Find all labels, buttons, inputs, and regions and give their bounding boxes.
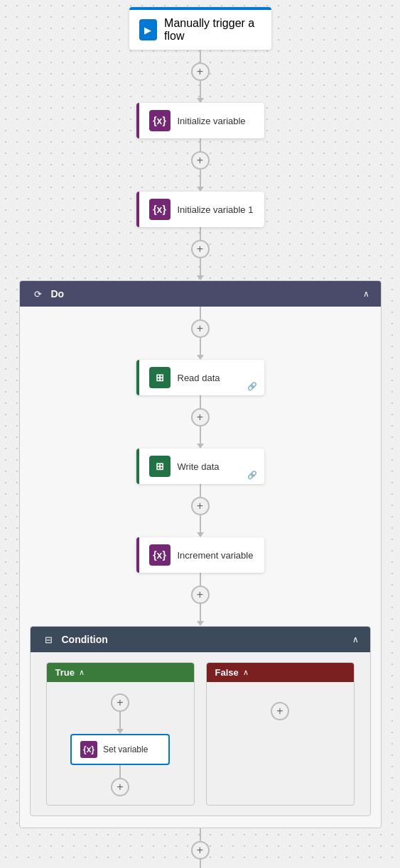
do-icon: ⟳ [31, 287, 45, 301]
connector-line-13 [200, 573, 201, 586]
condition-chevron: ∧ [352, 634, 359, 644]
add-button-8[interactable]: + [191, 841, 210, 859]
connector-line-12 [200, 515, 201, 528]
add-button-false[interactable]: + [271, 702, 289, 720]
arrow-1 [197, 98, 204, 103]
increment-variable-card[interactable]: {x} Increment variable [136, 537, 264, 573]
connector-line-2 [200, 81, 201, 94]
write-data-link-icon: 🔗 [247, 471, 257, 480]
trigger-icon: ▶ [139, 19, 158, 40]
connector-line-8 [200, 338, 201, 351]
add-button-6[interactable]: + [191, 497, 210, 515]
set-variable-label: Set variable [103, 745, 148, 754]
write-data-card[interactable]: ⊞ Write data 🔗 [136, 449, 264, 484]
connector-line-6 [200, 258, 201, 271]
condition-content: True ∧ + {x} Set [31, 652, 370, 815]
true-branch-label: True [55, 667, 75, 678]
read-data-label: Read data [178, 373, 220, 383]
arrow-7 [197, 621, 204, 626]
increment-variable-label: Increment variable [178, 550, 254, 561]
true-branch-content: + {x} Set variable + [47, 682, 194, 805]
init-variable-1-label: Initialize variable 1 [178, 204, 254, 215]
false-chevron: ∧ [243, 668, 249, 677]
init-variable-1-icon: {x} [149, 199, 171, 220]
trigger-card[interactable]: ▶ Manually trigger a flow [129, 7, 271, 50]
arrow-4 [197, 355, 204, 360]
read-data-card[interactable]: ⊞ Read data 🔗 [136, 360, 264, 395]
connector-line-true-2 [119, 765, 121, 778]
init-variable-label: Initialize variable [178, 116, 246, 126]
connector-line-14 [200, 604, 201, 617]
add-button-5[interactable]: + [191, 408, 210, 427]
init-variable-icon: {x} [149, 110, 171, 131]
connector-line-15 [200, 828, 201, 841]
false-branch-label: False [215, 667, 239, 678]
set-variable-card[interactable]: {x} Set variable [70, 734, 170, 765]
connector-line-5 [200, 227, 201, 240]
connector-line-10 [200, 427, 201, 439]
flow-canvas: ▶ Manually trigger a flow + {x} Initiali… [0, 0, 400, 868]
do-header[interactable]: ⟳ Do ∧ [20, 281, 381, 307]
do-label: Do [51, 288, 65, 300]
condition-icon: ⊟ [42, 632, 56, 647]
read-data-icon: ⊞ [149, 367, 171, 388]
false-branch: False ∧ + [206, 662, 355, 806]
arrow-6 [197, 532, 204, 537]
connector-line-7 [200, 307, 201, 319]
increment-variable-icon: {x} [149, 544, 171, 566]
do-content: + ⊞ Read data 🔗 + ⊞ Write data 🔗 + [20, 307, 381, 816]
connector-line-3 [200, 138, 201, 151]
connector-line-4 [200, 170, 201, 182]
arrow-true [117, 729, 124, 734]
add-button-4[interactable]: + [191, 319, 210, 338]
write-data-icon: ⊞ [149, 456, 171, 477]
connector-line-1 [200, 50, 201, 62]
arrow-5 [197, 444, 204, 449]
do-block: ⟳ Do ∧ + ⊞ Read data 🔗 + ⊞ [19, 280, 382, 828]
init-variable-1-card[interactable]: {x} Initialize variable 1 [136, 192, 264, 227]
read-data-link-icon: 🔗 [247, 382, 257, 391]
add-button-3[interactable]: + [191, 240, 210, 258]
write-data-label: Write data [178, 461, 220, 472]
connector-line-9 [200, 395, 201, 408]
true-branch: True ∧ + {x} Set [46, 662, 195, 806]
condition-block: ⊟ Condition ∧ True ∧ [30, 626, 371, 816]
add-button-1[interactable]: + [191, 62, 210, 81]
add-button-true-2[interactable]: + [111, 778, 129, 796]
false-branch-header[interactable]: False ∧ [207, 663, 354, 682]
condition-label: Condition [62, 634, 108, 645]
add-button-true[interactable]: + [111, 693, 129, 712]
connector-line-11 [200, 484, 201, 497]
connector-line-16 [200, 859, 201, 868]
add-button-7[interactable]: + [191, 586, 210, 604]
false-branch-content: + [207, 682, 354, 729]
init-variable-card[interactable]: {x} Initialize variable [136, 103, 264, 138]
trigger-label: Manually trigger a flow [164, 17, 261, 43]
set-variable-icon: {x} [80, 741, 97, 758]
connector-line-true [119, 712, 121, 725]
condition-branches: True ∧ + {x} Set [38, 662, 363, 806]
arrow-2 [197, 187, 204, 192]
arrow-3 [197, 275, 204, 280]
true-branch-header[interactable]: True ∧ [47, 663, 194, 682]
add-button-2[interactable]: + [191, 151, 210, 170]
true-chevron: ∧ [79, 668, 85, 677]
condition-header[interactable]: ⊟ Condition ∧ [31, 627, 370, 652]
do-chevron: ∧ [363, 289, 369, 299]
